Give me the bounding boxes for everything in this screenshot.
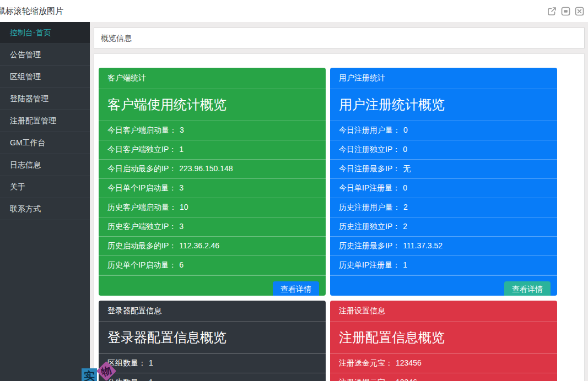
client-stats-card-footer: 查看详情 [99,275,326,296]
stat-value: 1 [179,145,184,154]
stat-label: 今日注册最多IP： [339,164,400,173]
cards-grid: 客户端统计 客户端使用统计概览 今日客户端启动量：3 今日客户端独立IP：1 今… [99,68,580,381]
stat-value: 1 [403,260,407,269]
stat-label: 历史客户端独立IP： [107,222,176,231]
sidebar-item-contact[interactable]: 联系方式 [0,198,90,220]
stat-row: 公告数量：1 [99,373,326,381]
window-controls [547,7,584,16]
stat-row: 历史客户端启动量：10 [99,198,326,217]
sidebar-item-about[interactable]: 关于 [0,176,90,198]
sidebar-item-announcement-mgmt[interactable]: 公告管理 [0,44,90,66]
maximize-icon[interactable] [561,7,570,16]
stat-label: 公告数量： [107,378,146,381]
register-stats-card-title: 用户注册统计概览 [330,89,557,121]
stat-row: 今日单个IP启动量：3 [99,179,326,198]
register-view-details-button[interactable]: 查看详情 [504,281,551,296]
client-view-details-button[interactable]: 查看详情 [273,281,319,296]
sidebar-item-register-config-mgmt[interactable]: 注册配置管理 [0,110,90,132]
overview-panel: 客户端统计 客户端使用统计概览 今日客户端启动量：3 今日客户端独立IP：1 今… [94,53,585,381]
stat-value: 无 [403,164,411,173]
stat-label: 历史注册用户量： [339,203,401,211]
register-stats-card-footer: 查看详情 [330,275,557,296]
stat-label: 历史启动最多的IP： [107,241,176,250]
stat-row: 历史单IP注册量：1 [330,256,557,275]
stat-row: 注册送金元宝：123456 [330,354,557,373]
stat-value: 3 [179,222,184,231]
stat-value: 123456 [396,358,422,367]
stat-label: 今日客户端启动量： [107,126,177,134]
stat-value: 2 [403,222,407,231]
stat-value: 0 [403,183,407,192]
client-stats-card-header: 客户端统计 [99,68,326,89]
sidebar-item-gm-workbench[interactable]: GM工作台 [0,132,90,154]
floating-badge-shi[interactable]: 实 [82,368,97,381]
main-content: 概览信息 客户端统计 客户端使用统计概览 今日客户端启动量：3 今日客户端独立I… [90,22,588,381]
stat-value: 111.37.3.52 [403,241,443,250]
stat-value: 0 [403,145,407,154]
stat-value: 3 [180,126,184,134]
stat-value: 2 [403,203,408,211]
stat-row: 注册送银元宝：12346 [330,373,557,381]
stat-label: 今日注册独立IP： [339,145,400,154]
stat-value: 223.96.150.148 [179,164,233,173]
launcher-config-card-title: 登录器配置信息概览 [99,322,326,354]
stat-row: 今日注册最多IP：无 [330,160,557,179]
stat-label: 注册送银元宝： [339,378,393,381]
stat-value: 1 [149,378,153,381]
stat-row: 今日启动最多的IP：223.96.150.148 [99,160,326,179]
page-title: 概览信息 [94,28,585,48]
stat-row: 历史注册独立IP：2 [330,217,557,237]
register-settings-card-title: 注册配置信息概览 [330,322,557,354]
stat-label: 历史单IP注册量： [339,260,400,269]
stat-value: 112.36.2.46 [179,241,219,250]
stat-label: 历史单个IP启动量： [107,260,176,269]
sidebar-item-zone-mgmt[interactable]: 区组管理 [0,66,90,88]
stat-row: 今日客户端启动量：3 [99,121,326,140]
client-stats-card-title: 客户端使用统计概览 [99,89,326,121]
stat-label: 今日注册用户量： [339,126,401,134]
register-settings-card-header: 注册设置信息 [330,301,557,322]
close-icon[interactable] [575,7,584,16]
register-settings-card: 注册设置信息 注册配置信息概览 注册送金元宝：123456 注册送银元宝：123… [330,301,557,381]
client-stats-card: 客户端统计 客户端使用统计概览 今日客户端启动量：3 今日客户端独立IP：1 今… [99,68,326,296]
stat-value: 0 [403,126,408,134]
stat-row: 历史单个IP启动量：6 [99,256,326,275]
stat-label: 历史注册独立IP： [339,222,400,231]
sidebar-item-log-info[interactable]: 日志信息 [0,154,90,176]
stat-label: 今日启动最多的IP： [107,164,176,173]
stat-label: 区组数量： [107,358,146,367]
stat-label: 注册送金元宝： [339,358,393,367]
stat-value: 3 [179,183,184,192]
app-body: 控制台-首页 公告管理 区组管理 登陆器管理 注册配置管理 GM工作台 日志信息… [0,22,588,381]
stat-row: 今日注册用户量：0 [330,121,557,140]
stat-value: 10 [180,203,188,211]
stat-label: 今日单个IP启动量： [107,183,176,192]
open-external-icon[interactable] [547,7,557,16]
stat-label: 今日客户端独立IP： [107,145,176,154]
stat-label: 历史客户端启动量： [107,203,177,211]
window-title: 鼠标滚轮缩放图片 [0,6,63,17]
stat-row: 今日客户端独立IP：1 [99,140,326,160]
launcher-config-card-header: 登录器配置信息 [99,301,326,322]
sidebar-nav: 控制台-首页 公告管理 区组管理 登陆器管理 注册配置管理 GM工作台 日志信息… [0,22,90,381]
stat-row: 历史启动最多的IP：112.36.2.46 [99,237,326,256]
launcher-config-card: 登录器配置信息 登录器配置信息概览 区组数量：1 公告数量：1 [99,301,326,381]
register-stats-card-header: 用户注册统计 [330,68,557,89]
register-stats-card: 用户注册统计 用户注册统计概览 今日注册用户量：0 今日注册独立IP：0 今日注… [330,68,557,296]
stat-row: 今日注册独立IP：0 [330,140,557,160]
stat-row: 今日单IP注册量：0 [330,179,557,198]
sidebar-item-launcher-mgmt[interactable]: 登陆器管理 [0,88,90,110]
stat-row: 区组数量：1 [99,354,326,373]
stat-value: 12346 [396,378,417,381]
stat-row: 历史注册用户量：2 [330,198,557,217]
stat-label: 今日单IP注册量： [339,183,400,192]
stat-row: 历史客户端独立IP：3 [99,217,326,237]
sidebar-item-console-home[interactable]: 控制台-首页 [0,22,90,44]
stat-row: 历史注册最多IP：111.37.3.52 [330,237,557,256]
stat-value: 6 [179,260,184,269]
stat-value: 1 [149,358,153,367]
window-titlebar: 鼠标滚轮缩放图片 [0,0,588,22]
stat-label: 历史注册最多IP： [339,241,400,250]
